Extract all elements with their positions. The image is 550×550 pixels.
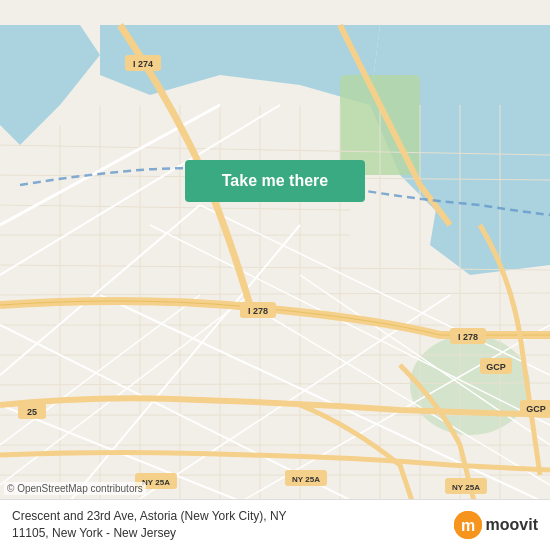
svg-text:NY 25A: NY 25A: [452, 483, 480, 492]
svg-text:I 278: I 278: [248, 306, 268, 316]
moovit-logo: m moovit: [454, 511, 538, 539]
svg-text:GCP: GCP: [486, 362, 506, 372]
osm-attribution: © OpenStreetMap contributors: [4, 482, 146, 495]
moovit-logo-icon: m: [454, 511, 482, 539]
address-line1: Crescent and 23rd Ave, Astoria (New York…: [12, 509, 287, 523]
svg-text:GCP: GCP: [526, 404, 546, 414]
address-display: Crescent and 23rd Ave, Astoria (New York…: [12, 508, 454, 542]
take-me-there-button[interactable]: Take me there: [185, 160, 365, 202]
svg-text:NY 25A: NY 25A: [142, 478, 170, 487]
svg-line-38: [0, 295, 250, 485]
map-container: I 278 I 278 I 274 25 NY 25A NY 25A NY 25…: [0, 0, 550, 550]
moovit-brand-name: moovit: [486, 516, 538, 534]
svg-text:NY 25A: NY 25A: [292, 475, 320, 484]
svg-line-4: [0, 205, 350, 210]
bottom-bar: Crescent and 23rd Ave, Astoria (New York…: [0, 499, 550, 550]
svg-line-7: [0, 293, 550, 295]
moovit-icon-svg: m: [454, 511, 482, 539]
map-svg: I 278 I 278 I 274 25 NY 25A NY 25A NY 25…: [0, 0, 550, 550]
address-line2: 11105, New York - New Jersey: [12, 526, 176, 540]
svg-text:I 274: I 274: [133, 59, 153, 69]
svg-text:I 278: I 278: [458, 332, 478, 342]
svg-text:m: m: [460, 517, 474, 534]
svg-text:25: 25: [27, 407, 37, 417]
